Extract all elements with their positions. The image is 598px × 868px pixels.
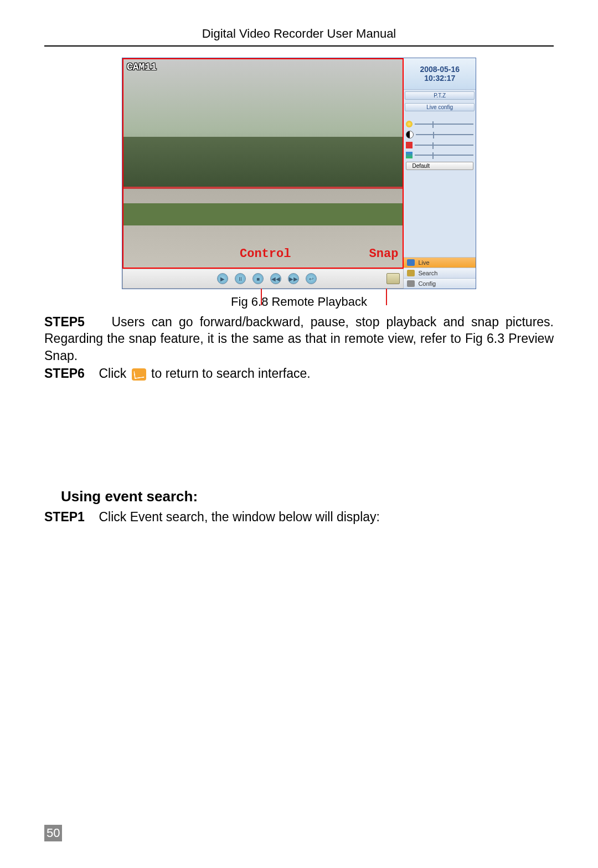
step1-label: STEP1	[44, 510, 85, 524]
return-icon[interactable]: ↩	[306, 273, 317, 284]
rewind-icon[interactable]: ◀◀	[270, 273, 281, 284]
nav-search[interactable]: Search	[404, 268, 476, 278]
page-header: Digital Video Recorder User Manual	[44, 27, 554, 47]
default-button[interactable]: Default	[406, 162, 473, 170]
forward-icon[interactable]: ▶▶	[288, 273, 299, 284]
eye-icon	[407, 259, 415, 266]
tab-ptz[interactable]: P.T.Z	[405, 91, 475, 100]
page-number: 50	[44, 825, 62, 841]
playback-toolbar: ▶ ⏸ ■ ◀◀ ▶▶ ↩	[122, 269, 404, 289]
camera-label: CAM11	[127, 61, 157, 73]
figure-caption: Fig 6.8 Remote Playback	[122, 295, 476, 309]
step5-paragraph: STEP5 Users can go forward/backward, pau…	[44, 314, 554, 364]
hue-slider[interactable]	[406, 152, 473, 158]
overlay-control-label: Control	[240, 247, 291, 261]
play-icon[interactable]: ▶	[217, 273, 228, 284]
hue-icon	[406, 152, 413, 158]
section-using-event-search: Using event search:	[44, 487, 554, 506]
pause-icon[interactable]: ⏸	[235, 273, 246, 284]
step1-paragraph: STEP1 Click Event search, the window bel…	[44, 509, 554, 525]
annotation-line	[261, 289, 262, 305]
saturation-slider[interactable]	[406, 142, 473, 148]
step5-label: STEP5	[44, 315, 85, 329]
search-icon	[407, 270, 415, 276]
overlay-snap-label: Snap	[369, 247, 399, 261]
brightness-icon	[406, 121, 413, 127]
nav-live[interactable]: Live	[404, 257, 476, 268]
saturation-icon	[406, 142, 413, 148]
tab-live-config[interactable]: Live config	[405, 103, 475, 111]
annotation-line	[386, 289, 387, 305]
return-icon	[132, 368, 146, 381]
step6-label: STEP6	[44, 366, 85, 381]
contrast-icon	[406, 131, 414, 138]
nav-config[interactable]: Config	[404, 278, 476, 289]
snap-icon[interactable]	[386, 273, 400, 284]
gear-icon	[407, 280, 415, 287]
brightness-slider[interactable]	[406, 121, 473, 127]
video-viewport: CAM11 Control Snap	[122, 58, 404, 269]
stop-icon[interactable]: ■	[252, 273, 264, 284]
step6-paragraph: STEP6 Click to return to search interfac…	[44, 365, 554, 382]
contrast-slider[interactable]	[406, 131, 473, 138]
datetime-display: 2008-05-16 10:32:17	[404, 58, 476, 90]
figure-remote-playback: CAM11 Control Snap ▶ ⏸ ■ ◀◀ ▶▶	[122, 58, 476, 314]
